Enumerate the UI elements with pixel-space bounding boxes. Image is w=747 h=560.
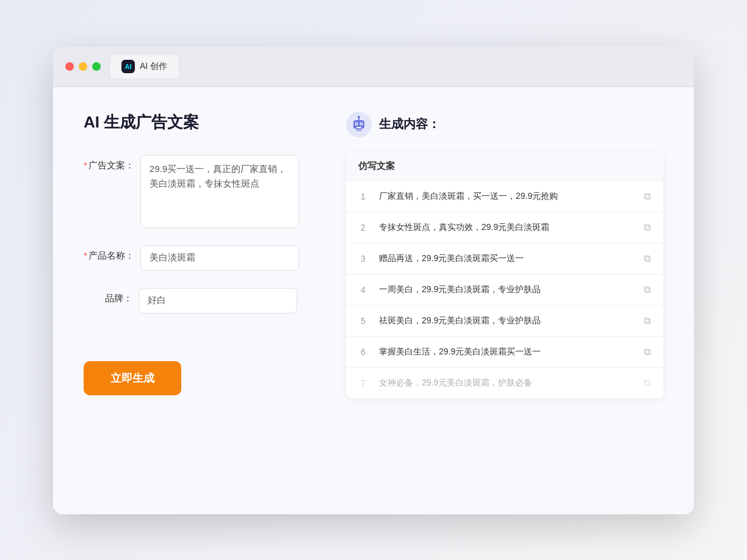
row-text-6: 掌握美白生活，29.9元美白淡斑霜买一送一 xyxy=(379,345,632,358)
table-row: 1 厂家直销，美白淡斑霜，买一送一，29.9元抢购 ⧉ xyxy=(346,181,663,212)
row-num-1: 1 xyxy=(356,192,370,201)
title-bar: AI AI 创作 xyxy=(53,46,694,87)
copy-icon-2[interactable]: ⧉ xyxy=(640,221,654,234)
svg-rect-8 xyxy=(356,127,361,128)
brand-group: 品牌： xyxy=(84,288,316,314)
robot-icon xyxy=(346,112,372,137)
table-row: 4 一周美白，29.9元美白淡斑霜，专业护肤品 ⧉ xyxy=(346,275,663,306)
brand-input[interactable] xyxy=(139,288,297,314)
required-star-1: * xyxy=(84,160,87,170)
generate-button[interactable]: 立即生成 xyxy=(84,361,181,395)
row-num-4: 4 xyxy=(356,285,370,295)
row-num-5: 5 xyxy=(356,316,370,326)
svg-point-5 xyxy=(361,123,362,124)
tab-icon: AI xyxy=(121,60,135,73)
svg-point-7 xyxy=(358,116,360,118)
row-text-4: 一周美白，29.9元美白淡斑霜，专业护肤品 xyxy=(379,283,632,296)
right-panel: 生成内容： 仿写文案 1 厂家直销，美白淡斑霜，买一送一，29.9元抢购 ⧉ 2… xyxy=(346,112,663,490)
table-row: 3 赠品再送，29.9元美白淡斑霜买一送一 ⧉ xyxy=(346,243,663,275)
copy-icon-7[interactable]: ⧉ xyxy=(640,376,654,390)
svg-point-4 xyxy=(356,123,357,124)
row-text-1: 厂家直销，美白淡斑霜，买一送一，29.9元抢购 xyxy=(379,190,632,203)
result-table: 仿写文案 1 厂家直销，美白淡斑霜，买一送一，29.9元抢购 ⧉ 2 专抹女性斑… xyxy=(346,152,663,398)
copy-icon-1[interactable]: ⧉ xyxy=(640,190,654,203)
minimize-button[interactable] xyxy=(79,62,87,71)
brand-label: 品牌： xyxy=(84,288,132,304)
table-row: 2 专抹女性斑点，真实功效，29.9元美白淡斑霜 ⧉ xyxy=(346,212,663,243)
close-button[interactable] xyxy=(65,62,74,71)
product-name-input[interactable] xyxy=(140,245,299,271)
tab-label: AI 创作 xyxy=(140,61,167,72)
copy-icon-3[interactable]: ⧉ xyxy=(640,252,654,265)
row-num-2: 2 xyxy=(356,223,370,232)
row-num-7: 7 xyxy=(356,378,370,388)
left-panel: AI 生成广告文案 *广告文案： 29.9买一送一，真正的厂家直销，美白淡斑霜，… xyxy=(84,112,316,490)
page-title: AI 生成广告文案 xyxy=(84,112,316,133)
ad-copy-group: *广告文案： 29.9买一送一，真正的厂家直销，美白淡斑霜，专抹女性斑点 xyxy=(84,155,316,228)
row-text-3: 赠品再送，29.9元美白淡斑霜买一送一 xyxy=(379,252,632,265)
traffic-lights xyxy=(65,62,101,71)
svg-rect-9 xyxy=(356,129,362,131)
maximize-button[interactable] xyxy=(92,62,101,71)
row-text-7: 女神必备，29.9元美白淡斑霜，护肤必备 xyxy=(379,376,632,389)
content-area: AI 生成广告文案 *广告文案： 29.9买一送一，真正的厂家直销，美白淡斑霜，… xyxy=(53,87,694,514)
table-row: 5 祛斑美白，29.9元美白淡斑霜，专业护肤品 ⧉ xyxy=(346,306,663,337)
result-title: 生成内容： xyxy=(379,116,440,132)
copy-icon-5[interactable]: ⧉ xyxy=(640,314,654,328)
browser-window: AI AI 创作 AI 生成广告文案 *广告文案： 29.9买一送一，真正的厂家… xyxy=(53,46,694,514)
ad-copy-input[interactable]: 29.9买一送一，真正的厂家直销，美白淡斑霜，专抹女性斑点 xyxy=(140,155,299,228)
row-num-3: 3 xyxy=(356,254,370,264)
table-row: 6 掌握美白生活，29.9元美白淡斑霜买一送一 ⧉ xyxy=(346,337,663,368)
ai-creation-tab[interactable]: AI AI 创作 xyxy=(110,55,178,78)
row-num-6: 6 xyxy=(356,347,370,357)
required-star-2: * xyxy=(84,250,87,260)
result-header: 生成内容： xyxy=(346,112,663,137)
table-header: 仿写文案 xyxy=(346,152,663,181)
copy-icon-6[interactable]: ⧉ xyxy=(640,345,654,359)
ad-copy-label: *广告文案： xyxy=(84,155,134,171)
row-text-2: 专抹女性斑点，真实功效，29.9元美白淡斑霜 xyxy=(379,221,632,234)
row-text-5: 祛斑美白，29.9元美白淡斑霜，专业护肤品 xyxy=(379,314,632,327)
product-name-label: *产品名称： xyxy=(84,245,134,262)
table-row: 7 女神必备，29.9元美白淡斑霜，护肤必备 ⧉ xyxy=(346,368,663,398)
copy-icon-4[interactable]: ⧉ xyxy=(640,283,654,296)
product-name-group: *产品名称： xyxy=(84,245,316,271)
